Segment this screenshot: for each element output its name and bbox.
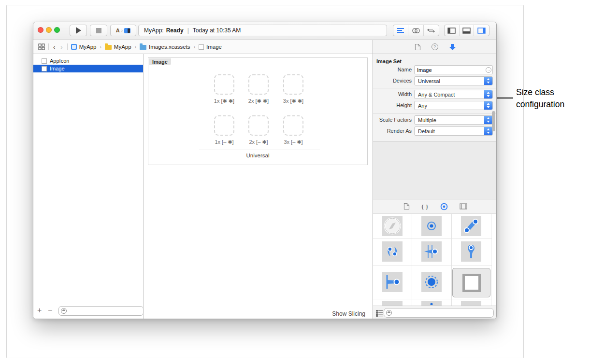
breadcrumb-group[interactable]: MyApp — [105, 44, 131, 50]
code-snippet-library-tab[interactable]: { } — [421, 204, 429, 210]
view-toggle-group — [444, 25, 489, 36]
standard-editor-button[interactable] — [393, 25, 408, 36]
library-filter-field[interactable] — [384, 308, 494, 318]
pin-icon — [467, 244, 475, 259]
library-item-partial[interactable] — [382, 301, 403, 306]
grid-line — [412, 214, 412, 306]
field-label: Name — [373, 65, 412, 74]
grid-line — [451, 214, 452, 306]
image-well-3x-any[interactable] — [283, 74, 303, 95]
library-item-circle-dot[interactable] — [421, 216, 442, 236]
sidebar-bottom-bar: + − — [33, 305, 143, 319]
chevron-right-icon: › — [135, 44, 136, 50]
attributes-inspector-tab[interactable] — [449, 43, 456, 51]
popup-chevrons-icon — [484, 101, 492, 110]
name-field[interactable]: → — [414, 65, 493, 74]
library-bottom-bar — [373, 306, 497, 319]
assistant-editor-button[interactable] — [408, 25, 423, 36]
image-well-3x-compact[interactable] — [283, 115, 303, 136]
status-project: MyApp: — [144, 27, 164, 34]
name-input[interactable] — [415, 67, 486, 73]
library-item-image-well-selected[interactable] — [452, 268, 490, 297]
asset-row-image[interactable]: Image — [33, 65, 143, 72]
breadcrumb-image-set[interactable]: Image — [199, 44, 222, 50]
library-scrollbar[interactable] — [492, 111, 495, 131]
popup-value: Universal — [415, 78, 484, 84]
image-well-2x-compact[interactable] — [248, 115, 269, 136]
related-items-icon[interactable] — [38, 43, 45, 50]
image-set-box: Image 1x [✱ ✱] 2x [✱ ✱] 3x [✱ ✱] 1x [– ✱… — [148, 57, 368, 165]
grid-line — [373, 299, 492, 299]
quick-help-inspector-tab[interactable]: ? — [432, 43, 438, 50]
grid-line — [373, 266, 492, 266]
devices-popup[interactable]: Universal — [414, 76, 493, 85]
scale-factors-popup[interactable]: Multiple — [414, 115, 493, 125]
stop-button[interactable] — [90, 25, 107, 36]
field-label: Scale Factors — [373, 115, 412, 125]
chevron-right-icon: › — [100, 44, 101, 50]
asset-catalog-icon — [140, 45, 146, 50]
close-window-button[interactable] — [38, 27, 43, 33]
library-item-bar-dot[interactable] — [382, 272, 403, 292]
object-library-tab[interactable] — [440, 203, 448, 210]
library-filter-input[interactable] — [394, 310, 493, 316]
asset-row-appicon[interactable]: AppIcon — [33, 57, 143, 65]
image-well-2x-any[interactable] — [248, 74, 269, 95]
inspector-empty-area — [373, 141, 497, 199]
library-item-focus-ring[interactable] — [421, 272, 442, 292]
breadcrumb-asset-catalog[interactable]: Images.xcassets — [140, 44, 190, 50]
utilities-panel: Image Set Name → Devices Universal Width… — [373, 54, 497, 319]
standard-editor-icon — [397, 28, 404, 34]
library-item-connection[interactable] — [461, 216, 481, 236]
add-asset-button[interactable]: + — [37, 307, 42, 314]
version-editor-button[interactable] — [424, 25, 439, 36]
library-item-compass[interactable] — [382, 216, 403, 236]
image-well-1x-any[interactable] — [214, 74, 234, 95]
field-label: Height — [373, 101, 412, 110]
chevron-right-icon: › — [121, 28, 123, 33]
library-item-partial[interactable] — [461, 301, 481, 306]
toggle-debug-area-button[interactable] — [460, 25, 475, 36]
navigate-arrow-icon[interactable]: → — [486, 67, 491, 73]
chevron-right-icon: › — [194, 44, 195, 50]
library-item-pin[interactable] — [461, 241, 481, 262]
library-item-swirl[interactable] — [382, 241, 403, 262]
minimize-window-button[interactable] — [46, 27, 52, 33]
scheme-selector[interactable]: A › — [110, 25, 136, 36]
popup-value: Default — [415, 128, 484, 134]
library-item-callout-arrow[interactable] — [421, 241, 442, 262]
image-set-editor: Image 1x [✱ ✱] 2x [✱ ✱] 3x [✱ ✱] 1x [– ✱… — [144, 54, 373, 319]
connection-icon — [463, 218, 479, 234]
toggle-navigator-button[interactable] — [445, 25, 460, 36]
divider — [48, 43, 49, 50]
popup-chevrons-icon — [484, 77, 492, 85]
status-separator: | — [186, 27, 190, 34]
status-state: Ready — [166, 27, 184, 34]
library-view-mode-icon[interactable] — [376, 310, 383, 317]
inspector-tab-bar: ? — [373, 40, 497, 54]
height-popup[interactable]: Any — [414, 101, 493, 110]
toggle-utilities-button[interactable] — [474, 25, 489, 36]
media-library-tab[interactable] — [460, 203, 467, 210]
status-time: Today at 10:35 AM — [193, 27, 241, 34]
popup-chevrons-icon — [484, 90, 492, 98]
sidebar-filter-field[interactable] — [58, 306, 144, 316]
callout-arrow-icon — [423, 244, 440, 259]
inspector-section-title: Image Set — [376, 58, 402, 64]
library-item-partial[interactable] — [421, 301, 442, 306]
breadcrumb-project[interactable]: MyApp — [71, 44, 97, 50]
width-popup[interactable]: Any & Compact — [414, 90, 493, 99]
back-button[interactable]: ‹ — [52, 44, 56, 50]
sidebar-filter-input[interactable] — [69, 308, 143, 314]
show-slicing-button[interactable]: Show Slicing — [332, 310, 365, 317]
run-button[interactable] — [70, 25, 87, 36]
render-as-popup[interactable]: Default — [414, 126, 493, 136]
file-template-library-tab[interactable] — [403, 203, 410, 210]
traffic-lights — [38, 27, 60, 33]
file-inspector-tab[interactable] — [415, 43, 421, 51]
forward-button[interactable]: › — [59, 44, 63, 50]
image-well-1x-compact[interactable] — [214, 115, 234, 136]
dot-icon — [430, 301, 433, 305]
zoom-window-button[interactable] — [54, 27, 60, 33]
remove-asset-button[interactable]: − — [48, 307, 52, 314]
